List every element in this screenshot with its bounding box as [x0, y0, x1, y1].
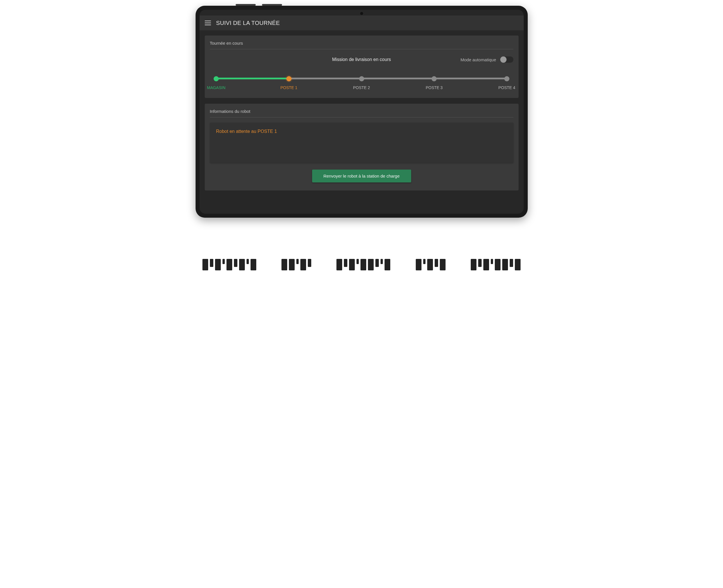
mission-status: Mission de livraison en cours	[332, 57, 391, 62]
step-poste-3: POSTE 3	[434, 76, 434, 90]
step-label: POSTE 1	[280, 85, 297, 90]
return-robot-button[interactable]: Renvoyer le robot à la station de charge	[312, 170, 411, 183]
mission-row: Mission de livraison en cours Mode autom…	[210, 55, 513, 65]
auto-mode-control: Mode automatique	[461, 55, 513, 65]
step-poste-1: POSTE 1	[289, 76, 289, 90]
toggle-knob	[500, 57, 507, 63]
auto-mode-toggle[interactable]	[500, 57, 513, 63]
step-label: POSTE 4	[498, 85, 515, 90]
step-connector	[288, 78, 362, 79]
step-poste-2: POSTE 2	[361, 76, 362, 90]
app-bar: SUIVI DE LA TOURNÉE	[199, 16, 524, 30]
step-connector	[361, 78, 435, 79]
robot-status-text: Robot en attente au POSTE 1	[216, 129, 277, 134]
step-label: POSTE 2	[353, 85, 370, 90]
step-dot	[286, 76, 292, 81]
step-dot	[504, 76, 509, 81]
tour-card-title: Tournée en cours	[210, 41, 513, 49]
step-connector	[434, 78, 507, 79]
step-connector	[216, 78, 290, 79]
auto-mode-label: Mode automatique	[461, 57, 496, 62]
tablet-hw-buttons	[236, 4, 282, 6]
step-dot	[359, 76, 364, 81]
step-magasin: MAGASIN	[216, 76, 216, 90]
step-label: POSTE 3	[426, 85, 443, 90]
content-area: Tournée en cours Mission de livraison en…	[199, 30, 524, 214]
tour-card: Tournée en cours Mission de livraison en…	[205, 36, 518, 98]
app-screen: SUIVI DE LA TOURNÉE Tournée en cours Mis…	[199, 10, 524, 214]
robot-info-card: Informations du robot Robot en attente a…	[205, 104, 518, 190]
step-dot	[431, 76, 437, 81]
robot-status-box: Robot en attente au POSTE 1	[210, 123, 513, 163]
tablet-frame: SUIVI DE LA TOURNÉE Tournée en cours Mis…	[196, 6, 528, 218]
progress-stepper: MAGASINPOSTE 1POSTE 2POSTE 3POSTE 4	[210, 76, 513, 90]
decorative-shadow	[190, 252, 533, 270]
page-title: SUIVI DE LA TOURNÉE	[216, 20, 280, 26]
robot-info-title: Informations du robot	[210, 109, 513, 118]
tablet-camera	[360, 12, 364, 16]
step-dot	[214, 76, 219, 81]
step-label: MAGASIN	[207, 85, 226, 90]
menu-icon[interactable]	[205, 21, 211, 25]
